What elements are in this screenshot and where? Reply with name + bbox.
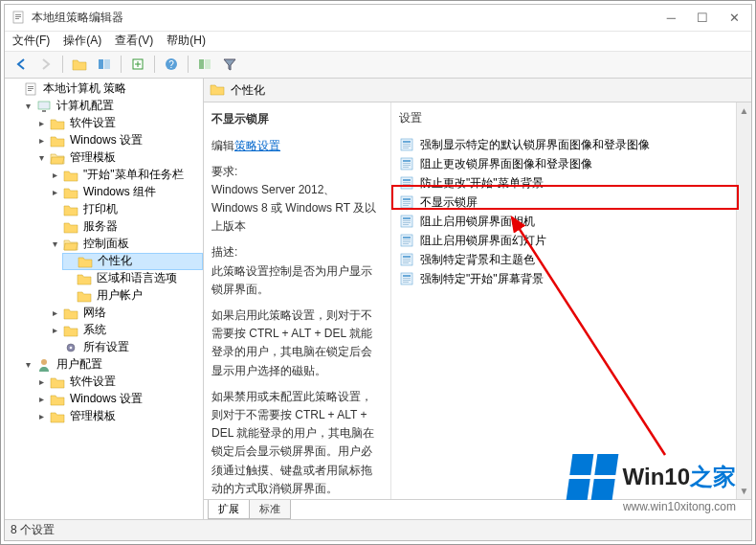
policy-icon xyxy=(399,271,414,286)
tree-servers[interactable]: 服务器 xyxy=(49,218,203,236)
folder-icon xyxy=(63,306,78,321)
scroll-down-icon[interactable]: ▼ xyxy=(737,484,751,499)
folder-icon xyxy=(77,288,92,304)
svg-text:?: ? xyxy=(168,59,174,70)
gear-icon xyxy=(63,340,78,355)
minimize-button[interactable]: ─ xyxy=(667,11,676,24)
list-item[interactable]: 强制特定背景和主题色 xyxy=(395,250,747,269)
tree-all-settings[interactable]: 所有设置 xyxy=(49,339,203,356)
folder-icon xyxy=(63,202,78,217)
list-item[interactable]: 不显示锁屏 xyxy=(395,193,747,212)
tree-software-settings[interactable]: ▸软件设置 xyxy=(35,115,203,132)
folder-icon xyxy=(63,168,78,183)
user-icon xyxy=(36,357,52,373)
tree-region-language[interactable]: 区域和语言选项 xyxy=(62,270,203,287)
description-para2: 如果启用此策略设置，则对于不需要按 CTRL + ALT + DEL 就能登录的… xyxy=(211,307,381,380)
description-text: 此策略设置控制是否为用户显示锁屏界面。 xyxy=(211,264,372,296)
vertical-scrollbar[interactable]: ▲ ▼ xyxy=(736,102,751,498)
edit-policy-link[interactable]: 策略设置 xyxy=(234,139,280,152)
toolbar: ? xyxy=(5,52,751,79)
edit-link-prefix: 编辑 xyxy=(211,139,234,152)
folder-icon xyxy=(78,254,93,269)
menu-action[interactable]: 操作(A) xyxy=(63,33,101,49)
forward-button[interactable] xyxy=(35,54,56,75)
svg-rect-13 xyxy=(99,59,103,69)
window-title: 本地组策略编辑器 xyxy=(32,10,123,26)
tree-control-panel[interactable]: ▾控制面板 xyxy=(49,236,203,253)
svg-rect-18 xyxy=(199,59,204,69)
help-button[interactable]: ? xyxy=(161,54,182,75)
tree-start-taskbar[interactable]: ▸"开始"菜单和任务栏 xyxy=(49,167,203,184)
settings-list: 强制显示特定的默认锁屏界面图像和登录图像 阻止更改锁屏界面图像和登录图像 防止更… xyxy=(395,133,747,288)
close-button[interactable]: ✕ xyxy=(729,11,740,24)
computer-icon xyxy=(36,99,52,114)
tree-network[interactable]: ▸网络 xyxy=(49,305,203,322)
settings-header: 设置 xyxy=(395,106,747,133)
svg-rect-14 xyxy=(104,59,110,69)
policy-icon xyxy=(399,194,414,210)
status-text: 8 个设置 xyxy=(11,522,55,538)
folder-icon xyxy=(50,116,65,131)
path-label: 个性化 xyxy=(231,82,265,99)
menu-file[interactable]: 文件(F) xyxy=(12,33,50,49)
tab-extended[interactable]: 扩展 xyxy=(208,500,250,519)
folder-icon xyxy=(50,133,65,148)
folder-icon xyxy=(50,409,65,424)
path-header: 个性化 xyxy=(204,79,751,103)
doc-icon xyxy=(23,81,38,97)
folder-icon xyxy=(63,323,78,338)
tree-personalization[interactable]: 个性化 xyxy=(62,253,203,270)
policy-icon xyxy=(399,233,414,248)
back-button[interactable] xyxy=(11,54,32,75)
settings-column: 设置 强制显示特定的默认锁屏界面图像和登录图像 阻止更改锁屏界面图像和登录图像 … xyxy=(391,102,751,498)
tree-windows-settings[interactable]: ▸Windows 设置 xyxy=(35,132,203,149)
properties-button[interactable] xyxy=(194,54,215,75)
tree-user-config[interactable]: ▾用户配置 xyxy=(22,356,203,374)
folder-icon xyxy=(77,271,92,286)
list-item[interactable]: 强制特定"开始"屏幕背景 xyxy=(395,269,747,288)
tree-computer-config[interactable]: ▾ 计算机配置 xyxy=(22,98,203,115)
list-item[interactable]: 防止更改"开始"菜单背景 xyxy=(395,173,747,193)
tree-admin-templates[interactable]: ▾管理模板 xyxy=(35,149,203,167)
tree-printers[interactable]: 打印机 xyxy=(49,201,203,218)
tree-u-software-settings[interactable]: ▸软件设置 xyxy=(35,374,203,391)
policy-icon xyxy=(399,137,414,152)
policy-icon xyxy=(399,175,414,191)
menubar: 文件(F) 操作(A) 查看(V) 帮助(H) xyxy=(5,32,751,53)
list-item[interactable]: 阻止更改锁屏界面图像和登录图像 xyxy=(395,154,747,173)
tree-system[interactable]: ▸系统 xyxy=(49,322,203,339)
folder-icon xyxy=(63,219,78,235)
menu-help[interactable]: 帮助(H) xyxy=(167,33,206,49)
description-column: 不显示锁屏 编辑策略设置 要求: Windows Server 2012、Win… xyxy=(204,102,391,498)
up-button[interactable] xyxy=(69,54,90,75)
requirements-label: 要求: xyxy=(211,165,237,178)
selected-policy-title: 不显示锁屏 xyxy=(211,110,381,128)
requirements-text: Windows Server 2012、Windows 8 或 Windows … xyxy=(211,183,376,233)
list-item[interactable]: 阻止启用锁屏界面幻灯片 xyxy=(395,231,747,250)
maximize-button[interactable]: ☐ xyxy=(697,11,708,24)
description-para3: 如果禁用或未配置此策略设置，则对于不需要按 CTRL + ALT + DEL 就… xyxy=(211,388,381,498)
folder-icon xyxy=(63,185,78,200)
tree-u-windows-settings[interactable]: ▸Windows 设置 xyxy=(35,391,203,408)
folder-icon xyxy=(63,237,78,252)
show-hide-button[interactable] xyxy=(94,54,115,75)
filter-button[interactable] xyxy=(219,54,240,75)
view-tabs: 扩展 标准 xyxy=(204,499,751,520)
folder-icon xyxy=(50,392,65,407)
menu-view[interactable]: 查看(V) xyxy=(115,33,153,49)
tree-user-accounts[interactable]: 用户帐户 xyxy=(62,287,203,305)
folder-icon xyxy=(210,81,225,100)
tab-standard[interactable]: 标准 xyxy=(249,500,291,519)
statusbar: 8 个设置 xyxy=(5,519,751,540)
tree-root[interactable]: 本地计算机 策略 xyxy=(9,80,203,98)
content-pane: 个性化 不显示锁屏 编辑策略设置 要求: Windows Server 2012… xyxy=(204,79,751,520)
tree-u-admin-templates[interactable]: ▸管理模板 xyxy=(35,408,203,425)
export-list-button[interactable] xyxy=(127,54,148,75)
tree-pane[interactable]: 本地计算机 策略 ▾ 计算机配置 xyxy=(5,79,204,520)
svg-rect-19 xyxy=(205,59,211,69)
tree-windows-components[interactable]: ▸Windows 组件 xyxy=(49,184,203,201)
app-icon xyxy=(11,10,26,25)
list-item[interactable]: 强制显示特定的默认锁屏界面图像和登录图像 xyxy=(395,135,747,154)
list-item[interactable]: 阻止启用锁屏界面相机 xyxy=(395,212,747,231)
scroll-up-icon[interactable]: ▲ xyxy=(737,102,751,118)
